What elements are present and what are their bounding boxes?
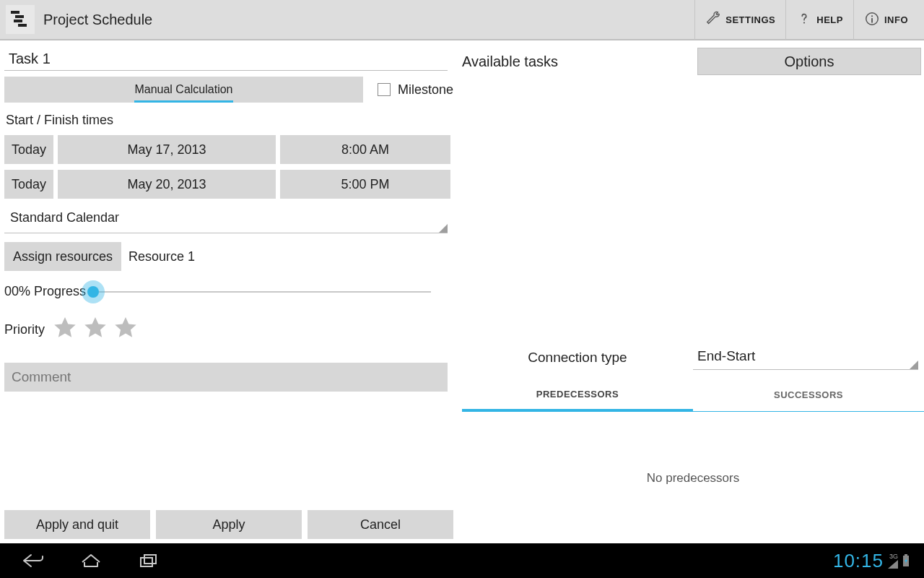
recents-button[interactable] — [130, 549, 167, 572]
assign-resources-button[interactable]: Assign resources — [4, 242, 121, 271]
assigned-resource: Resource 1 — [128, 249, 195, 264]
calendar-value: Standard Calendar — [10, 210, 119, 225]
slider-thumb-icon — [87, 286, 99, 298]
connection-type-value: End-Start — [697, 348, 755, 363]
svg-rect-3 — [18, 24, 27, 27]
tab-predecessors[interactable]: PREDECESSORS — [462, 379, 693, 412]
tab-successors[interactable]: SUCCESSORS — [693, 379, 924, 412]
info-label: INFO — [884, 14, 908, 25]
start-date-button[interactable]: May 17, 2013 — [58, 135, 276, 164]
app-title: Project Schedule — [43, 12, 152, 28]
settings-button[interactable]: SETTINGS — [694, 0, 785, 40]
svg-rect-2 — [14, 20, 22, 22]
milestone-label: Milestone — [398, 82, 453, 98]
wrench-icon — [705, 11, 721, 29]
start-today-button[interactable]: Today — [4, 135, 53, 164]
svg-rect-11 — [905, 554, 907, 556]
info-button[interactable]: INFO — [853, 0, 918, 40]
status-clock: 10:15 — [833, 550, 884, 572]
dependencies-pane: Available tasks Options Connection type … — [456, 40, 924, 543]
apply-button[interactable]: Apply — [156, 510, 302, 539]
signal-3g-icon: 3G — [888, 553, 898, 569]
options-button[interactable]: Options — [697, 48, 921, 75]
battery-charging-icon — [902, 554, 910, 567]
dropdown-caret-icon — [910, 361, 918, 369]
help-label: HELP — [816, 14, 843, 25]
svg-rect-8 — [141, 558, 152, 566]
svg-rect-7 — [871, 18, 873, 22]
progress-label: 00% Progress — [4, 284, 86, 299]
svg-rect-0 — [11, 11, 19, 14]
svg-rect-1 — [15, 15, 24, 18]
task-name-input[interactable] — [4, 46, 448, 71]
milestone-checkbox[interactable] — [378, 83, 391, 96]
priority-star-1[interactable] — [52, 315, 78, 344]
finish-date-button[interactable]: May 20, 2013 — [58, 170, 276, 199]
finish-time-button[interactable]: 5:00 PM — [280, 170, 450, 199]
home-button[interactable] — [72, 549, 110, 572]
progress-slider[interactable] — [93, 291, 431, 293]
help-button[interactable]: HELP — [785, 0, 853, 40]
calendar-spinner[interactable]: Standard Calendar — [4, 207, 448, 233]
finish-today-button[interactable]: Today — [4, 170, 53, 199]
priority-star-3[interactable] — [113, 315, 139, 344]
svg-rect-9 — [144, 555, 156, 564]
system-nav-bar: 10:15 3G — [0, 543, 924, 578]
back-button[interactable] — [14, 549, 52, 572]
manual-calculation-label: Manual Calculation — [134, 83, 232, 96]
action-bar: Project Schedule SETTINGS HELP INFO — [0, 0, 924, 40]
priority-star-2[interactable] — [82, 315, 108, 344]
info-icon — [864, 11, 880, 29]
start-finish-label: Start / Finish times — [4, 113, 453, 128]
priority-label: Priority — [4, 322, 45, 337]
settings-label: SETTINGS — [725, 14, 775, 25]
connection-type-label: Connection type — [462, 350, 693, 366]
app-logo-icon — [6, 5, 35, 34]
question-icon — [796, 11, 812, 29]
comment-input[interactable] — [4, 363, 448, 392]
cancel-button[interactable]: Cancel — [308, 510, 453, 539]
manual-calculation-button[interactable]: Manual Calculation — [4, 77, 363, 103]
start-time-button[interactable]: 8:00 AM — [280, 135, 450, 164]
available-tasks-label: Available tasks — [462, 48, 690, 70]
svg-point-6 — [871, 15, 873, 17]
svg-point-4 — [803, 22, 805, 23]
connection-type-spinner[interactable]: End-Start — [693, 345, 918, 370]
apply-and-quit-button[interactable]: Apply and quit — [4, 510, 150, 539]
task-editor-pane: Manual Calculation Milestone Start / Fin… — [0, 40, 456, 543]
dropdown-caret-icon — [439, 224, 448, 233]
empty-predecessors-text: No predecessors — [462, 471, 924, 486]
